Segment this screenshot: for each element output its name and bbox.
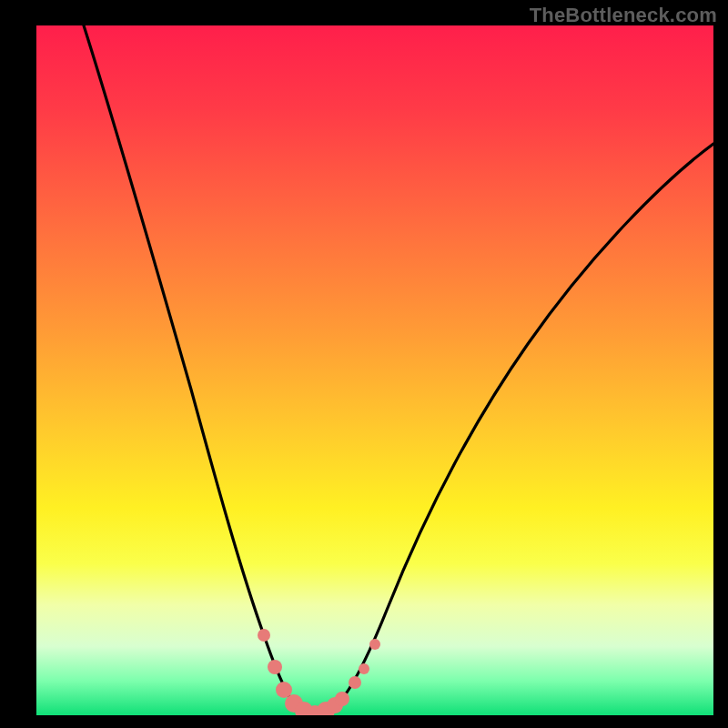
svg-point-10 (359, 663, 369, 674)
svg-point-8 (335, 692, 349, 706)
curve-path (84, 25, 713, 714)
bottleneck-curve (36, 25, 713, 715)
svg-point-11 (369, 639, 380, 650)
chart-plot-area (36, 25, 713, 715)
chart-frame: TheBottleneck.com (0, 0, 728, 728)
svg-point-9 (349, 676, 361, 689)
watermark-text: TheBottleneck.com (530, 4, 717, 27)
trough-markers (258, 629, 380, 715)
svg-point-0 (258, 629, 270, 642)
svg-point-1 (268, 660, 282, 674)
